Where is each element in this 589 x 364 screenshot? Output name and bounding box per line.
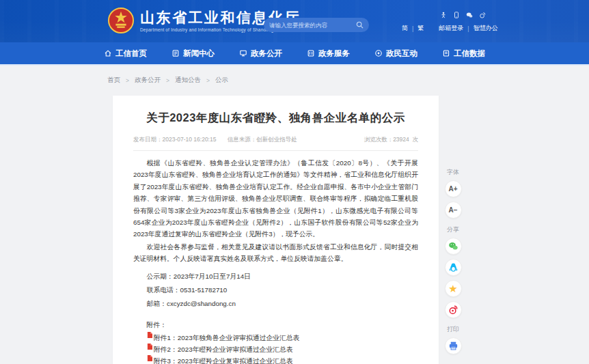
accessibility-icon[interactable] bbox=[440, 12, 447, 18]
mobile-icon[interactable] bbox=[453, 12, 460, 18]
attachment-label: 附件3：2023年瞪羚企业复审拟通过企业汇总表 bbox=[154, 356, 293, 364]
breadcrumb-current: 公示 bbox=[215, 76, 228, 85]
publish-date: 发布日期：2023-07-10 16:20:15 bbox=[133, 136, 216, 143]
wechat-icon[interactable] bbox=[466, 12, 473, 18]
public-notice-period: 公示期：2023年7月10日至7月14日 bbox=[133, 270, 418, 283]
divider: | bbox=[467, 25, 469, 32]
pdf-icon bbox=[147, 332, 152, 338]
lang-traditional-link[interactable]: 繁 bbox=[417, 24, 424, 33]
data-icon bbox=[442, 49, 450, 57]
nav-label: 工信首页 bbox=[115, 48, 147, 59]
nav-item-gov-services[interactable]: 政务服务 bbox=[307, 48, 350, 59]
views-unit: 次 bbox=[413, 136, 419, 143]
qq-share-icon bbox=[448, 262, 458, 272]
header-top-links: 简 | 繁 邮箱登录 | 智慧办公 bbox=[402, 24, 498, 33]
contact-phone: 联系电话：0531-51782710 bbox=[133, 283, 418, 297]
search-input[interactable] bbox=[269, 22, 356, 29]
home-icon bbox=[104, 49, 112, 57]
nav-item-industry-data[interactable]: 工信数据 bbox=[442, 48, 485, 59]
printer-icon bbox=[448, 341, 458, 351]
site-header: 山东省工业和信息化厅 Department of Industry and In… bbox=[0, 0, 589, 42]
smart-office-link[interactable]: 智慧办公 bbox=[474, 24, 498, 33]
search-box[interactable] bbox=[264, 18, 369, 32]
lang-simplified-link[interactable]: 简 bbox=[402, 24, 408, 33]
paragraph: 欢迎社会各界参与监督，相关意见及建议请以书面形式反馈省工业和信息化厅，同时提交相… bbox=[133, 241, 418, 265]
print-label: 打印 bbox=[447, 325, 459, 334]
news-icon bbox=[172, 49, 180, 57]
nav-label: 政民互动 bbox=[386, 48, 417, 59]
views-label: 浏览次数： bbox=[364, 136, 394, 143]
font-increase-button[interactable]: A+ bbox=[445, 180, 462, 197]
header-quick-icons bbox=[440, 12, 486, 18]
breadcrumb-separator: > bbox=[126, 77, 129, 84]
share-wechat-button[interactable] bbox=[445, 238, 462, 255]
views-count: 23924 bbox=[393, 136, 409, 143]
wechat-share-icon bbox=[448, 241, 458, 251]
page: 山东省工业和信息化厅 Department of Industry and In… bbox=[0, 0, 589, 364]
attachments-label: 附件： bbox=[133, 320, 418, 331]
attachments-section: 附件： 附件1：2023年独角兽企业评审拟通过企业汇总表 附件2：2023年瞪羚… bbox=[133, 320, 418, 364]
attachment-link-1[interactable]: 附件1：2023年独角兽企业评审拟通过企业汇总表 bbox=[147, 333, 418, 342]
nav-label: 新闻中心 bbox=[183, 48, 215, 59]
meta-right: 浏览次数：23924 次 bbox=[364, 136, 418, 144]
article-body: 根据《山东省瞪羚、独角兽企业认定管理办法》（鲁工信发〔2020〕8号）、《关于开… bbox=[133, 157, 418, 265]
publish-date-value: 2023-07-10 16:20:15 bbox=[163, 136, 217, 143]
interaction-icon bbox=[374, 49, 383, 57]
paragraph: 根据《山东省瞪羚、独角兽企业认定管理办法》（鲁工信发〔2020〕8号）、《关于开… bbox=[133, 157, 418, 240]
nav-item-public-interaction[interactable]: 政民互动 bbox=[374, 48, 417, 59]
share-label: 分享 bbox=[447, 225, 459, 234]
font-size-label: 字体 bbox=[447, 168, 459, 177]
share-weibo-button[interactable] bbox=[445, 301, 462, 318]
breadcrumb-notices[interactable]: 通知公告 bbox=[175, 76, 201, 85]
side-toolbar: 字体 A+ A− 分享 ★ bbox=[439, 165, 467, 359]
national-emblem-logo bbox=[108, 8, 134, 33]
article-card: 关于2023年度山东省瞪羚、独角兽企业名单的公示 发布日期：2023-07-10… bbox=[113, 96, 439, 364]
service-building-icon bbox=[307, 49, 315, 57]
weibo-icon[interactable] bbox=[479, 12, 486, 18]
pdf-icon bbox=[147, 355, 152, 361]
share-qq-button[interactable] bbox=[445, 259, 462, 276]
source-label: 信息来源： bbox=[228, 136, 257, 143]
qzone-star-icon: ★ bbox=[448, 283, 457, 294]
search-icon[interactable] bbox=[356, 21, 364, 29]
article-meta: 发布日期：2023-07-10 16:20:15 信息来源：创新创业指导处 浏览… bbox=[133, 136, 418, 151]
print-button[interactable] bbox=[445, 337, 462, 354]
nav-item-gov-openness[interactable]: 政务公开 bbox=[239, 48, 282, 59]
article-title: 关于2023年度山东省瞪羚、独角兽企业名单的公示 bbox=[133, 111, 418, 126]
contact-info: 公示期：2023年7月10日至7月14日 联系电话：0531-51782710 … bbox=[133, 270, 418, 311]
share-qzone-button[interactable]: ★ bbox=[445, 280, 462, 297]
attachment-link-3[interactable]: 附件3：2023年瞪羚企业复审拟通过企业汇总表 bbox=[147, 356, 418, 364]
breadcrumb-separator: > bbox=[166, 77, 169, 84]
contact-email: 邮箱：cxcyzdc@shandong.cn bbox=[133, 297, 418, 311]
attachment-label: 附件1：2023年独角兽企业评审拟通过企业汇总表 bbox=[154, 333, 299, 342]
nav-item-home[interactable]: 工信首页 bbox=[104, 48, 147, 59]
mail-login-link[interactable]: 邮箱登录 bbox=[439, 24, 463, 33]
breadcrumb-separator: > bbox=[206, 77, 210, 84]
nav-label: 工信数据 bbox=[454, 48, 485, 59]
nav-label: 政务服务 bbox=[318, 48, 350, 59]
attachment-label: 附件2：2023年瞪羚企业评审拟通过企业汇总表 bbox=[154, 345, 293, 354]
meta-left: 发布日期：2023-07-10 16:20:15 信息来源：创新创业指导处 bbox=[133, 136, 307, 144]
nav-label: 政务公开 bbox=[251, 48, 282, 59]
breadcrumb-home[interactable]: 首页 bbox=[107, 76, 120, 85]
breadcrumb-gov-openness[interactable]: 政务公开 bbox=[135, 76, 161, 85]
pdf-icon bbox=[147, 344, 152, 350]
monitor-icon bbox=[239, 49, 247, 57]
nav-item-news[interactable]: 新闻中心 bbox=[172, 48, 215, 59]
attachment-link-2[interactable]: 附件2：2023年瞪羚企业评审拟通过企业汇总表 bbox=[147, 345, 418, 354]
publish-date-label: 发布日期： bbox=[133, 136, 163, 143]
font-decrease-button[interactable]: A− bbox=[445, 201, 462, 219]
info-source: 信息来源：创新创业指导处 bbox=[228, 136, 297, 143]
source-value: 创新创业指导处 bbox=[256, 136, 297, 143]
main-nav: 工信首页 新闻中心 政务公开 政务服务 bbox=[0, 42, 589, 66]
breadcrumb: 首页 > 政务公开 > 通知公告 > 公示 bbox=[107, 76, 228, 85]
divider: | bbox=[412, 25, 413, 32]
weibo-share-icon bbox=[448, 305, 458, 315]
